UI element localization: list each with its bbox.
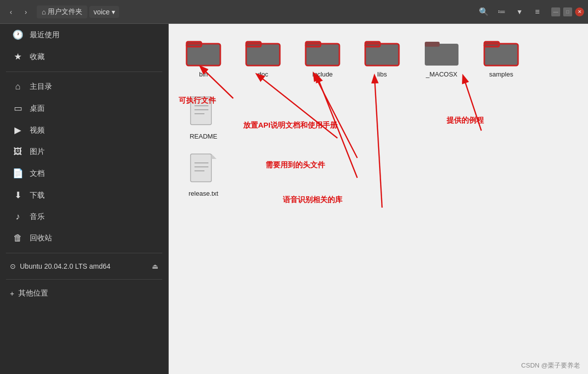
- file-item-readme[interactable]: README: [179, 92, 228, 144]
- file-item-include[interactable]: include: [298, 34, 347, 82]
- window-controls: — □ ✕: [551, 7, 584, 16]
- file-item-bin-label: bin: [199, 71, 207, 78]
- svg-marker-30: [211, 154, 216, 159]
- sidebar-item-desktop-label: 桌面: [30, 104, 45, 113]
- breadcrumb-label: 用户文件夹: [48, 7, 82, 16]
- maximize-button[interactable]: □: [563, 7, 572, 16]
- sidebar-item-music[interactable]: ♪ 音乐: [2, 207, 166, 227]
- file-item-macosx[interactable]: _MACOSX: [417, 34, 466, 82]
- download-icon: ⬇: [12, 190, 24, 201]
- breadcrumb[interactable]: ⌂ 用户文件夹: [37, 5, 87, 18]
- sidebar-divider-1: [6, 72, 162, 72]
- file-item-macosx-label: _MACOSX: [426, 71, 457, 78]
- file-item-samples-label: samples: [489, 71, 513, 78]
- file-item-samples[interactable]: samples: [476, 34, 526, 82]
- file-item-doc[interactable]: doc: [238, 34, 288, 82]
- sidebar-device[interactable]: ⊙ Ubuntu 20.04.2.0 LTS amd64 ⏏: [0, 257, 168, 275]
- svg-marker-24: [211, 97, 216, 102]
- file-area: bin doc include: [169, 24, 588, 374]
- voice-label: voice: [93, 8, 110, 16]
- file-item-release[interactable]: release.txt: [179, 149, 228, 201]
- documents-icon: 📄: [12, 168, 24, 179]
- sidebar-item-trash-label: 回收站: [30, 233, 52, 243]
- svg-rect-28: [191, 154, 211, 182]
- device-label: Ubuntu 20.04.2.0 LTS amd64: [20, 262, 111, 270]
- eject-button[interactable]: ⏏: [152, 262, 158, 270]
- folder-icon-doc: [245, 38, 281, 68]
- sidebar-item-download[interactable]: ⬇ 下载: [2, 185, 166, 206]
- sidebar-item-trash[interactable]: 🗑 回收站: [2, 228, 166, 248]
- forward-button[interactable]: ›: [19, 5, 33, 19]
- favorites-icon: ★: [12, 51, 24, 62]
- minimize-button[interactable]: —: [551, 7, 560, 16]
- sidebar-item-video[interactable]: ▶ 视频: [2, 120, 166, 141]
- folder-icon-macosx: [424, 38, 459, 68]
- file-icon-readme: [190, 96, 217, 130]
- file-item-release-label: release.txt: [189, 190, 218, 197]
- back-button[interactable]: ‹: [4, 5, 18, 19]
- sidebar-item-music-label: 音乐: [30, 212, 45, 222]
- video-icon: ▶: [12, 125, 24, 136]
- sidebar-item-desktop[interactable]: ▭ 桌面: [2, 98, 166, 119]
- svg-rect-17: [425, 42, 440, 47]
- file-item-include-label: include: [312, 71, 332, 78]
- sidebar-divider-3: [6, 279, 162, 280]
- file-item-doc-label: doc: [258, 71, 268, 78]
- menu-button[interactable]: ≡: [529, 4, 545, 20]
- sidebar-item-documents-label: 文档: [30, 169, 45, 178]
- sidebar-item-home[interactable]: ⌂ 主目录: [2, 76, 166, 97]
- close-button[interactable]: ✕: [575, 7, 584, 16]
- sidebar-item-recent[interactable]: 🕐 最近使用: [2, 24, 166, 45]
- sidebar-item-download-label: 下载: [30, 191, 45, 200]
- view-dropdown-button[interactable]: ▾: [512, 4, 527, 20]
- voice-dropdown[interactable]: voice ▾: [89, 6, 119, 18]
- file-grid-row1: bin doc include: [179, 34, 578, 144]
- other-label: 其他位置: [18, 289, 48, 298]
- file-item-bin[interactable]: bin: [179, 34, 228, 82]
- recent-icon: 🕐: [12, 29, 24, 40]
- file-grid-row2: release.txt: [179, 149, 578, 201]
- file-item-readme-label: README: [190, 133, 217, 140]
- sidebar-item-favorites-label: 收藏: [30, 52, 45, 62]
- sidebar-item-home-label: 主目录: [30, 82, 52, 91]
- folder-icon-libs: [364, 38, 400, 68]
- search-button[interactable]: 🔍: [476, 4, 492, 20]
- sidebar-item-pictures-label: 图片: [30, 147, 45, 156]
- svg-rect-16: [425, 44, 458, 66]
- device-icon: ⊙: [10, 262, 16, 270]
- file-item-libs-label: libs: [377, 71, 387, 78]
- svg-rect-22: [191, 97, 211, 125]
- titlebar-actions: 🔍 ≔ ▾ ≡: [476, 4, 545, 20]
- folder-icon-bin: [186, 38, 221, 68]
- folder-icon-include: [305, 38, 340, 68]
- file-icon-release: [190, 153, 217, 187]
- sidebar-item-video-label: 视频: [30, 126, 45, 135]
- sidebar-item-favorites[interactable]: ★ 收藏: [2, 46, 166, 67]
- titlebar: ‹ › ⌂ 用户文件夹 voice ▾ 🔍 ≔ ▾ ≡ — □ ✕: [0, 0, 588, 24]
- watermark: CSDN @栗子要养老: [521, 361, 580, 370]
- folder-icon-samples: [483, 38, 519, 68]
- nav-buttons: ‹ ›: [4, 5, 33, 19]
- main-container: 🕐 最近使用 ★ 收藏 ⌂ 主目录 ▭ 桌面 ▶ 视频 🖼 图片 📄 文档: [0, 24, 588, 374]
- sidebar: 🕐 最近使用 ★ 收藏 ⌂ 主目录 ▭ 桌面 ▶ 视频 🖼 图片 📄 文档: [0, 24, 169, 374]
- sidebar-other[interactable]: + 其他位置: [0, 284, 168, 303]
- desktop-icon: ▭: [12, 103, 24, 114]
- sidebar-item-documents[interactable]: 📄 文档: [2, 163, 166, 184]
- pictures-icon: 🖼: [12, 147, 24, 157]
- sidebar-item-pictures[interactable]: 🖼 图片: [2, 142, 166, 162]
- sidebar-item-recent-label: 最近使用: [30, 30, 60, 40]
- dropdown-arrow-icon: ▾: [112, 8, 115, 16]
- music-icon: ♪: [12, 212, 24, 222]
- file-item-libs[interactable]: libs: [357, 34, 407, 82]
- sidebar-divider-2: [6, 253, 162, 253]
- other-plus-icon: +: [10, 289, 14, 298]
- home-icon: ⌂: [42, 8, 46, 16]
- trash-icon: 🗑: [12, 233, 24, 243]
- view-list-button[interactable]: ≔: [494, 4, 510, 20]
- home-icon: ⌂: [12, 81, 24, 92]
